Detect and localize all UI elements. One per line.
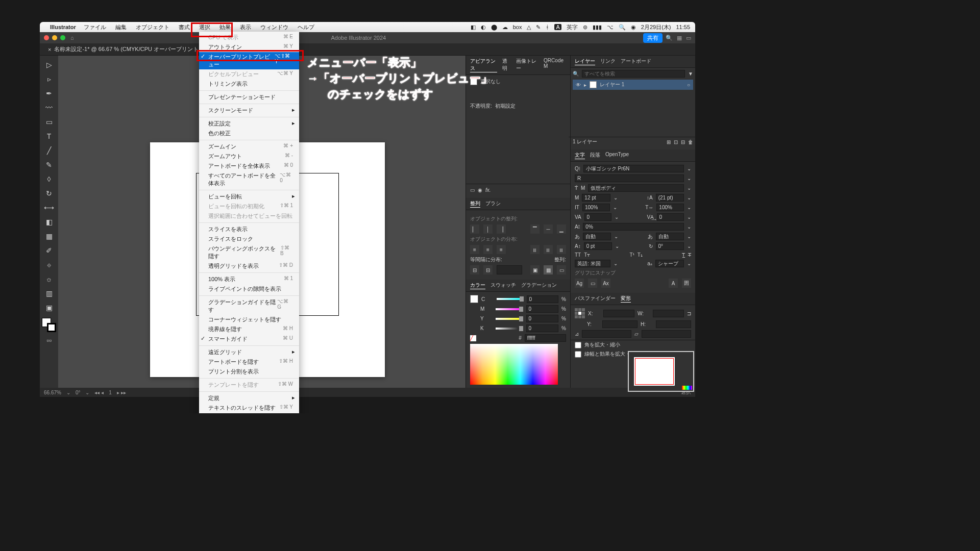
k-slider[interactable] [496,328,523,330]
rotate-tool[interactable]: ↻ [43,187,55,199]
color-spectrum[interactable] [470,344,558,385]
tab-transparency[interactable]: 透明 [502,58,511,72]
artboard-num[interactable]: 1 [109,390,112,395]
menu-help[interactable]: ヘルプ [296,22,316,32]
control-center-icon[interactable]: ⌥ [607,24,614,31]
menu-item[interactable]: ズームアウト⌘ - [199,152,299,161]
dropdown-icon[interactable]: ⌄ [687,176,691,181]
app-name[interactable]: Illustrator [50,24,76,30]
menu-item[interactable]: ズームイン⌘ + [199,142,299,152]
eraser-tool[interactable]: ◧ [43,216,55,228]
fx-icon[interactable]: fx. [485,187,491,193]
y-slider[interactable] [496,318,523,320]
dropdown-icon[interactable]: ⌄ [687,234,691,239]
dropdown-icon[interactable]: ⌄ [687,205,691,210]
hex-input[interactable] [525,334,566,342]
tray-icon[interactable]: ☁ [502,24,508,31]
close-button[interactable] [44,35,49,40]
eyedropper-tool[interactable]: ✐ [43,244,55,257]
strikethrough-icon[interactable]: T̶ [688,252,691,258]
tray-icon[interactable]: ◧ [471,24,476,31]
h-input[interactable] [656,320,691,328]
angle-input[interactable] [582,330,631,338]
menu-item[interactable]: バウンディングボックスを隠す⇧⌘ B [199,244,299,261]
dist-hspace[interactable]: ⊟ [483,265,493,274]
dropdown-icon[interactable]: ⌄ [85,390,89,395]
scale-corners-checkbox[interactable] [575,342,581,348]
menu-window[interactable]: ウィンドウ [259,22,290,32]
subscript-icon[interactable]: T₁ [638,252,643,258]
kerning[interactable] [584,213,611,221]
curvature-tool[interactable]: 〰 [43,102,55,114]
char-rotate[interactable] [656,242,684,250]
dropdown-icon[interactable]: ⌄ [687,261,691,266]
filter-icon[interactable]: ▼ [688,71,693,77]
rotate-angle[interactable]: 0° [76,390,81,395]
k-value[interactable] [526,324,559,332]
menu-item[interactable]: 境界線を隠す⌘ H [199,324,299,334]
tab-swatches[interactable]: スウォッチ [491,282,516,289]
symbol-tool[interactable]: ☼ [43,273,55,285]
ime-lang[interactable]: 英字 [567,23,578,31]
tab-links[interactable]: リンク [600,58,616,65]
shear-input[interactable] [642,330,691,338]
navigator-panel[interactable] [628,351,694,392]
tab-character[interactable]: 文字 [575,152,585,159]
tab-transform[interactable]: 変形 [621,295,631,303]
dropdown-icon[interactable]: ⌄ [687,224,691,230]
dropdown-icon[interactable]: ⌄ [615,214,619,220]
workspace-icon[interactable]: ▭ [686,35,691,41]
date[interactable]: 2月29日(木) [641,23,671,31]
menu-object[interactable]: オブジェクト [134,22,171,32]
artboard-nav[interactable]: ▸ ▸▸ [117,390,126,395]
navigator-viewbox[interactable] [635,358,674,385]
tray-icon[interactable]: ⬤ [491,24,497,31]
tab-gradient[interactable]: グラデーション [521,282,557,289]
scale-strokes-checkbox[interactable] [575,351,581,358]
tab-qr[interactable]: QRCode M [544,58,566,72]
ime-badge[interactable]: A [554,24,561,30]
link-icon[interactable]: ⊐ [687,311,691,316]
embox[interactable] [588,184,684,192]
align-to-artboard[interactable]: ▭ [557,265,566,274]
m-value[interactable] [526,305,559,313]
dropdown-icon[interactable]: ⌄ [687,185,691,191]
menu-item[interactable]: アートボードを全体表示⌘ 0 [199,161,299,171]
language[interactable] [575,260,610,267]
smallcaps-icon[interactable]: Tᴛ [584,252,590,258]
artboard-tool[interactable]: ▣ [43,302,55,314]
font-style[interactable] [575,174,684,182]
align-to-key[interactable]: ▦ [544,265,553,274]
va-percent[interactable] [583,223,684,231]
line-tool[interactable]: ╱ [43,144,55,157]
tab-opentype[interactable]: OpenType [605,152,629,159]
menu-item[interactable]: 校正設定 [199,119,299,129]
tray-icon[interactable]: ✎ [536,24,541,31]
dist-vspace[interactable]: ⊟ [470,265,479,274]
spotlight-icon[interactable]: 🔍 [619,24,626,31]
menu-item[interactable]: 定規 [199,393,299,403]
underline-icon[interactable]: T̲ [682,252,685,258]
baseline[interactable] [583,233,611,240]
c-slider[interactable] [497,298,524,300]
hscale[interactable] [656,204,684,211]
home-icon[interactable]: ⌂ [70,35,74,41]
menu-item[interactable]: トリミング表示 [199,79,299,89]
type-tool[interactable]: T [43,130,55,142]
width-tool[interactable]: ⟷ [43,202,55,214]
spacing-input[interactable] [497,265,522,274]
menu-item[interactable]: コーナーウィジェットを隠す [199,315,299,324]
target-icon[interactable]: ○ [687,82,690,88]
menu-item[interactable]: 100% 表示⌘ 1 [199,274,299,284]
shaper-tool[interactable]: ◊ [43,173,55,185]
menu-item[interactable]: テキストのスレッドを隠す⇧⌘ Y [199,403,299,413]
font-family[interactable] [583,165,684,172]
dropdown-icon[interactable]: ⌄ [687,214,691,220]
layer-row[interactable]: 👁 ▸ レイヤー 1 ○ [573,80,693,90]
y-input[interactable] [602,320,638,328]
rectangle-tool[interactable]: ▭ [43,116,55,128]
align-right[interactable]: ▕ [497,224,506,234]
menu-file[interactable]: ファイル [82,22,108,32]
menu-item[interactable]: すべてのアートボードを全体表示⌥⌘ 0 [199,171,299,188]
paintbrush-tool[interactable]: ✎ [43,159,55,171]
